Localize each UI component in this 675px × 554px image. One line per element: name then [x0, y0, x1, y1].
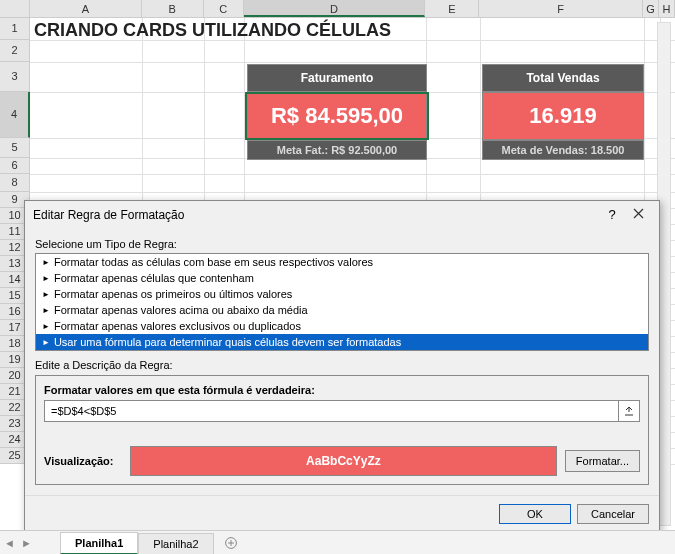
rule-type-label: Formatar todas as células com base em se…	[54, 256, 373, 268]
rule-type-label: Formatar apenas células que contenham	[54, 272, 254, 284]
edit-formatting-rule-dialog: Editar Regra de Formatação ? Selecione u…	[24, 200, 660, 533]
column-header-B[interactable]: B	[142, 0, 204, 17]
rule-type-item[interactable]: ►Formatar todas as células com base em s…	[36, 254, 648, 270]
arrow-icon: ►	[42, 338, 50, 347]
column-header-C[interactable]: C	[204, 0, 244, 17]
arrow-icon: ►	[42, 290, 50, 299]
rule-description-box: Formatar valores em que esta fórmula é v…	[35, 375, 649, 485]
card-header: Faturamento	[247, 64, 427, 92]
arrow-icon: ►	[42, 322, 50, 331]
rule-type-item[interactable]: ►Formatar apenas valores acima ou abaixo…	[36, 302, 648, 318]
card-footer: Meta de Vendas: 18.500	[482, 140, 644, 160]
column-header-E[interactable]: E	[425, 0, 479, 17]
cancel-button[interactable]: Cancelar	[577, 504, 649, 524]
dialog-title-text: Editar Regra de Formatação	[33, 208, 599, 222]
row-header-1[interactable]: 1	[0, 18, 30, 40]
preview-label: Visualização:	[44, 455, 122, 467]
arrow-icon: ►	[42, 274, 50, 283]
collapse-icon	[624, 406, 634, 416]
row-header-6[interactable]: 6	[0, 158, 30, 174]
row-header-5[interactable]: 5	[0, 138, 30, 158]
close-button[interactable]	[625, 207, 651, 222]
column-header-A[interactable]: A	[30, 0, 142, 17]
formula-condition-label: Formatar valores em que esta fórmula é v…	[44, 384, 640, 396]
tab-nav-buttons[interactable]: ◄ ►	[4, 537, 32, 549]
cell-a1-title: CRIANDO CARDS UTILIZANDO CÉLULAS	[34, 20, 391, 41]
arrow-icon: ►	[42, 258, 50, 267]
card-faturamento: Faturamento R$ 84.595,00 Meta Fat.: R$ 9…	[247, 64, 427, 160]
close-icon	[633, 208, 644, 219]
format-preview: AaBbCcYyZz	[130, 446, 557, 476]
row-header-3[interactable]: 3	[0, 62, 30, 92]
row-header-8[interactable]: 8	[0, 174, 30, 192]
rule-type-label: Formatar apenas valores acima ou abaixo …	[54, 304, 308, 316]
rule-type-list[interactable]: ►Formatar todas as células com base em s…	[35, 253, 649, 351]
column-header-G[interactable]: G	[643, 0, 659, 17]
add-sheet-button[interactable]	[220, 532, 242, 554]
sheet-tab-bar: ◄ ► Planilha1 Planilha2	[0, 530, 675, 554]
row-header-2[interactable]: 2	[0, 40, 30, 62]
formula-input[interactable]	[44, 400, 619, 422]
row-header-4[interactable]: 4	[0, 92, 30, 138]
rule-type-label: Formatar apenas valores exclusivos ou du…	[54, 320, 301, 332]
card-total-vendas: Total Vendas 16.919 Meta de Vendas: 18.5…	[482, 64, 644, 160]
arrow-icon: ►	[42, 306, 50, 315]
next-sheet-icon[interactable]: ►	[21, 537, 32, 549]
rule-type-label: Usar uma fórmula para determinar quais c…	[54, 336, 401, 348]
prev-sheet-icon[interactable]: ◄	[4, 537, 15, 549]
card-footer: Meta Fat.: R$ 92.500,00	[247, 140, 427, 160]
range-selector-button[interactable]	[618, 400, 640, 422]
sheet-tab-2[interactable]: Planilha2	[138, 533, 213, 554]
column-header-H[interactable]: H	[659, 0, 675, 17]
rule-type-item[interactable]: ►Formatar apenas células que contenham	[36, 270, 648, 286]
select-all-corner[interactable]	[0, 0, 30, 17]
edit-description-label: Edite a Descrição da Regra:	[35, 359, 649, 371]
card-value: 16.919	[482, 92, 644, 140]
card-value: R$ 84.595,00	[247, 92, 427, 140]
column-headers: ABCDEFGH	[0, 0, 675, 18]
rule-type-item[interactable]: ►Formatar apenas os primeiros ou últimos…	[36, 286, 648, 302]
rule-type-item[interactable]: ►Formatar apenas valores exclusivos ou d…	[36, 318, 648, 334]
card-header: Total Vendas	[482, 64, 644, 92]
sheet-tab-1[interactable]: Planilha1	[60, 532, 138, 554]
ok-button[interactable]: OK	[499, 504, 571, 524]
select-rule-type-label: Selecione um Tipo de Regra:	[35, 238, 649, 250]
rule-type-item[interactable]: ►Usar uma fórmula para determinar quais …	[36, 334, 648, 350]
plus-icon	[225, 537, 237, 549]
help-button[interactable]: ?	[599, 207, 625, 222]
column-header-F[interactable]: F	[479, 0, 643, 17]
format-button[interactable]: Formatar...	[565, 450, 640, 472]
dialog-titlebar: Editar Regra de Formatação ?	[25, 201, 659, 228]
rule-type-label: Formatar apenas os primeiros ou últimos …	[54, 288, 292, 300]
column-header-D[interactable]: D	[244, 0, 426, 17]
